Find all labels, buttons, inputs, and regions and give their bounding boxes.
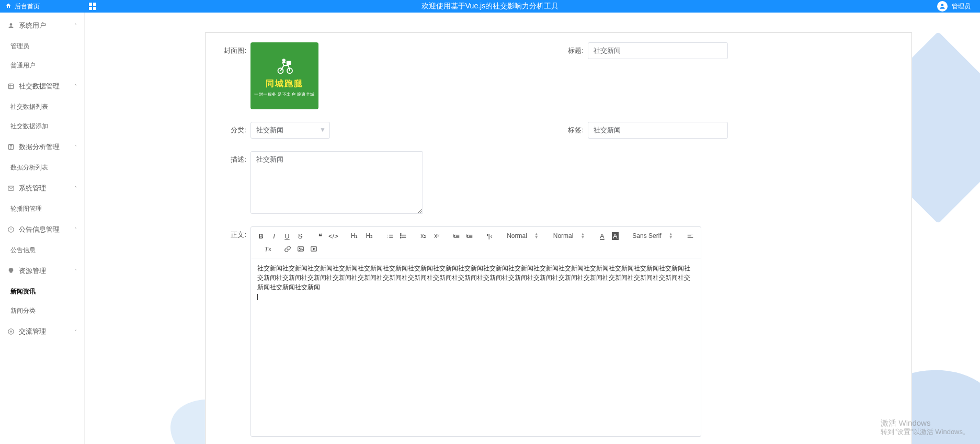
h1-button[interactable]: H₁ <box>348 230 361 242</box>
color-button[interactable]: A <box>596 230 608 242</box>
chevron-icon: ˄ <box>74 23 77 29</box>
menu-item[interactable]: 公告信息 <box>0 241 84 260</box>
image-button[interactable] <box>295 243 306 255</box>
svg-rect-2 <box>8 84 13 88</box>
menu-group-label: 资源管理 <box>19 266 46 276</box>
menu-icon <box>7 328 15 335</box>
updown-icon: ▲▼ <box>580 233 585 239</box>
indent-button[interactable] <box>464 230 475 242</box>
video-button[interactable] <box>308 243 320 255</box>
label-body: 正文: <box>221 226 250 243</box>
header-select[interactable]: Normal ▲▼ <box>504 232 542 240</box>
label-title: 标题: <box>559 42 588 59</box>
chevron-icon: ˄ <box>74 84 77 89</box>
h2-button[interactable]: H₂ <box>362 230 376 242</box>
label-cover: 封面图: <box>221 42 250 59</box>
menu-icon <box>7 143 15 151</box>
bgcolor-button[interactable]: A <box>609 230 621 242</box>
menu-group-head[interactable]: 资源管理˄ <box>0 260 84 282</box>
category-value[interactable] <box>250 122 330 139</box>
bold-button[interactable]: B <box>255 230 267 242</box>
menu-group-label: 公告信息管理 <box>19 225 60 234</box>
menu-group-head[interactable]: 系统管理˄ <box>0 177 84 199</box>
direction-button[interactable]: ¶‹ <box>484 230 495 242</box>
ol-button[interactable] <box>384 230 396 242</box>
font-select[interactable]: Sans Serif ▲▼ <box>629 232 676 240</box>
rich-editor: B I U S ❝ </> H₁ H₂ <box>250 226 701 437</box>
desc-textarea[interactable]: 社交新闻 <box>250 151 423 214</box>
svg-point-1 <box>10 23 13 26</box>
label-category: 分类: <box>221 122 250 139</box>
outdent-button[interactable] <box>451 230 462 242</box>
svg-point-15 <box>299 248 300 249</box>
title-input[interactable] <box>588 42 728 59</box>
menu-group-head[interactable]: 公告信息管理˄ <box>0 219 84 241</box>
tag-input[interactable] <box>588 122 728 139</box>
link-button[interactable] <box>282 243 293 255</box>
menu-item[interactable]: 新闻资讯 <box>0 282 84 301</box>
menu-item[interactable]: 管理员 <box>0 37 84 56</box>
menu-group-label: 系统管理 <box>19 184 46 193</box>
menu-item[interactable]: 普通用户 <box>0 56 84 75</box>
menu-item[interactable]: 数据分析列表 <box>0 158 84 177</box>
svg-point-0 <box>941 4 944 6</box>
menu-group-head[interactable]: 系统用户˄ <box>0 15 84 37</box>
page-title: 欢迎使用基于Vue.js的社交影响力分析工具 <box>421 2 559 11</box>
home-link[interactable]: 后台首页 <box>0 2 45 11</box>
svg-point-9 <box>282 59 286 62</box>
svg-rect-14 <box>298 247 304 251</box>
rider-icon <box>274 54 295 75</box>
chevron-icon: ˄ <box>74 186 77 191</box>
subscript-button[interactable]: x₂ <box>417 230 429 242</box>
menu-group-head[interactable]: 社交数据管理˄ <box>0 75 84 97</box>
font-value: Sans Serif <box>632 232 661 240</box>
svg-point-13 <box>401 237 402 238</box>
svg-point-12 <box>401 235 402 236</box>
header-value: Normal <box>507 232 527 240</box>
menu-icon <box>7 185 15 192</box>
menu-item[interactable]: 新闻分类 <box>0 301 84 321</box>
user-name: 管理员 <box>952 2 971 11</box>
underline-button[interactable]: U <box>281 230 293 242</box>
cover-image[interactable]: 同城跑腿 一对一服务 足不出户 跑遍全城 <box>250 42 318 109</box>
apps-button[interactable] <box>89 3 96 10</box>
updown-icon: ▲▼ <box>534 233 539 239</box>
clear-format-button[interactable]: Tx <box>262 243 274 255</box>
editor-toolbar: B I U S ❝ </> H₁ H₂ <box>251 227 701 258</box>
menu-group-label: 交流管理 <box>19 327 46 336</box>
menu-icon <box>7 83 15 90</box>
sidebar: 系统用户˄管理员普通用户社交数据管理˄社交数据列表社交数据添加数据分析管理˄数据… <box>0 13 85 444</box>
user-menu[interactable]: 管理员 <box>937 1 971 12</box>
editor-body[interactable]: 社交新闻社交新闻社交新闻社交新闻社交新闻社交新闻社交新闻社交新闻社交新闻社交新闻… <box>251 258 701 436</box>
chevron-icon: ˅ <box>74 329 77 335</box>
label-tag: 标签: <box>559 122 588 139</box>
chevron-icon: ˄ <box>74 144 77 150</box>
menu-item[interactable]: 社交数据添加 <box>0 117 84 136</box>
menu-group-label: 系统用户 <box>19 21 46 30</box>
menu-icon <box>7 22 15 29</box>
form-panel: 封面图: 同城跑腿 一对一服务 足不出户 跑遍全城 <box>205 32 912 444</box>
menu-group-head[interactable]: 数据分析管理˄ <box>0 136 84 158</box>
category-select[interactable]: ▼ <box>250 122 330 139</box>
quote-button[interactable]: ❝ <box>314 230 326 242</box>
svg-rect-10 <box>287 61 291 65</box>
cover-text-main: 同城跑腿 <box>266 78 303 89</box>
menu-group-head[interactable]: 交流管理˅ <box>0 321 84 343</box>
menu-icon <box>7 267 15 275</box>
strike-button[interactable]: S <box>294 230 306 242</box>
home-label: 后台首页 <box>15 2 40 11</box>
menu-item[interactable]: 社交数据列表 <box>0 97 84 117</box>
menu-group-label: 社交数据管理 <box>19 82 60 91</box>
italic-button[interactable]: I <box>268 230 280 242</box>
updown-icon: ▲▼ <box>669 233 673 239</box>
menu-item[interactable]: 轮播图管理 <box>0 199 84 219</box>
align-button[interactable] <box>685 230 696 242</box>
superscript-button[interactable]: x² <box>431 230 442 242</box>
grid-icon <box>89 3 96 10</box>
size-select[interactable]: Normal ▲▼ <box>550 232 588 240</box>
menu-icon <box>7 226 15 233</box>
ul-button[interactable] <box>397 230 409 242</box>
cover-text-sub: 一对一服务 足不出户 跑遍全城 <box>254 92 315 97</box>
avatar <box>937 1 948 12</box>
code-button[interactable]: </> <box>327 230 339 242</box>
